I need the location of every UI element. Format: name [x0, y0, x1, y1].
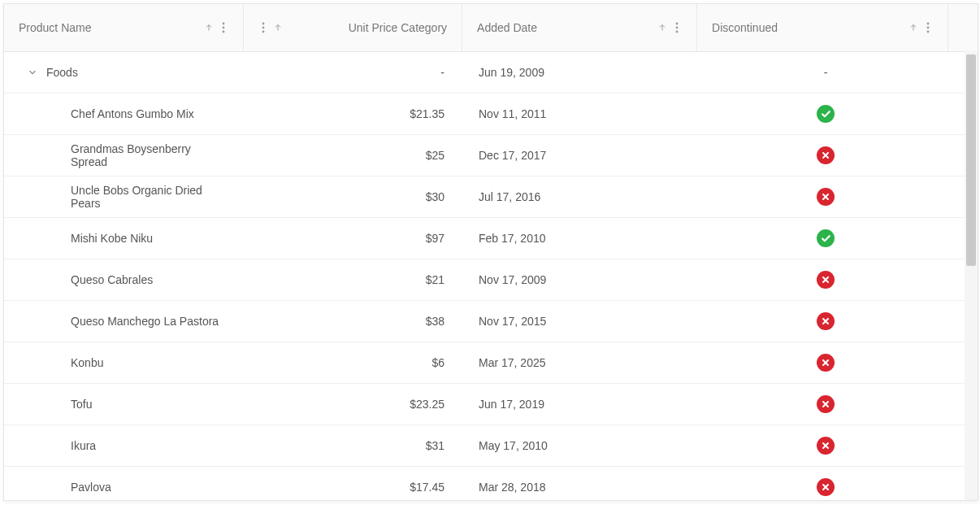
table-row[interactable]: Uncle Bobs Organic Dried Pears$30Jul 17,…	[4, 176, 978, 218]
product-name: Uncle Bobs Organic Dried Pears	[19, 184, 230, 210]
chevron-down-icon[interactable]	[19, 67, 46, 78]
svg-point-6	[676, 23, 679, 25]
price-cell: $97	[245, 218, 464, 259]
svg-point-1	[223, 27, 225, 29]
svg-point-4	[262, 27, 265, 29]
date-cell: Mar 28, 2018	[464, 467, 700, 500]
product-name-cell: Ikura	[4, 425, 245, 466]
group-name-cell: Foods	[4, 52, 245, 93]
group-row[interactable]: Foods-Jun 19, 2009-	[4, 52, 978, 94]
vertical-scrollbar[interactable]	[965, 51, 978, 500]
group-price-cell: -	[245, 52, 464, 93]
discontinued-cell	[700, 467, 952, 500]
product-name: Mishi Kobe Niku	[19, 232, 153, 245]
price-cell: $31	[245, 425, 464, 466]
svg-point-8	[676, 31, 679, 33]
check-icon	[817, 229, 835, 247]
check-icon	[817, 105, 835, 123]
product-name: Konbu	[19, 356, 103, 369]
discontinued-cell	[700, 384, 952, 424]
group-label: Foods	[46, 66, 78, 79]
data-grid: Product Name Unit Price Category	[3, 3, 978, 501]
table-row[interactable]: Chef Antons Gumbo Mix$21.35Nov 11, 2011	[4, 94, 978, 135]
column-menu-icon[interactable]	[219, 19, 228, 37]
column-label: Unit Price Category	[293, 21, 447, 34]
discontinued-cell	[700, 259, 952, 300]
product-name: Grandmas Boysenberry Spread	[19, 142, 230, 168]
table-row[interactable]: Queso Manchego La Pastora$38Nov 17, 2015	[4, 301, 978, 342]
discontinued-cell	[700, 94, 952, 134]
column-menu-icon[interactable]	[672, 19, 682, 37]
x-icon	[817, 271, 835, 289]
product-name-cell: Konbu	[4, 342, 245, 383]
product-name: Queso Cabrales	[19, 273, 153, 286]
svg-point-0	[223, 23, 225, 25]
sort-asc-icon[interactable]	[270, 20, 286, 36]
product-name-cell: Queso Cabrales	[4, 259, 245, 300]
svg-point-7	[676, 27, 679, 29]
product-name-cell: Tofu	[4, 384, 245, 424]
date-cell: Nov 11, 2011	[464, 94, 700, 134]
x-icon	[817, 312, 835, 330]
column-label: Product Name	[19, 21, 194, 34]
date-cell: Feb 17, 2010	[464, 218, 700, 259]
column-label: Discontinued	[712, 21, 899, 34]
table-row[interactable]: Ikura$31May 17, 2010	[4, 425, 978, 467]
product-name: Chef Antons Gumbo Mix	[19, 107, 194, 120]
column-label: Added Date	[477, 21, 648, 34]
group-discontinued-cell: -	[700, 52, 952, 93]
sort-asc-icon[interactable]	[201, 20, 217, 36]
product-name: Tofu	[19, 398, 92, 411]
column-header-discontinued[interactable]: Discontinued	[697, 4, 948, 51]
date-cell: Nov 17, 2015	[464, 301, 700, 342]
column-menu-icon[interactable]	[923, 19, 933, 37]
column-header-added-date[interactable]: Added Date	[462, 4, 697, 51]
column-header-unit-price[interactable]: Unit Price Category	[244, 4, 462, 51]
x-icon	[817, 437, 835, 455]
product-name: Queso Manchego La Pastora	[19, 315, 219, 328]
product-name: Ikura	[19, 439, 96, 452]
table-row[interactable]: Queso Cabrales$21Nov 17, 2009	[4, 259, 978, 301]
sort-asc-icon[interactable]	[905, 20, 921, 36]
discontinued-cell	[700, 301, 952, 342]
date-cell: May 17, 2010	[464, 425, 700, 466]
price-cell: $38	[245, 301, 464, 342]
rows-container[interactable]: Foods-Jun 19, 2009-Chef Antons Gumbo Mix…	[4, 52, 978, 500]
date-cell: Dec 17, 2017	[464, 135, 700, 176]
product-name-cell: Chef Antons Gumbo Mix	[4, 94, 245, 134]
price-cell: $30	[245, 176, 464, 217]
table-row[interactable]: Grandmas Boysenberry Spread$25Dec 17, 20…	[4, 135, 978, 176]
column-header-product-name[interactable]: Product Name	[4, 4, 244, 51]
sort-asc-icon[interactable]	[654, 20, 670, 36]
x-icon	[817, 146, 835, 164]
discontinued-cell	[700, 342, 952, 383]
x-icon	[817, 478, 835, 496]
x-icon	[817, 354, 835, 372]
x-icon	[817, 395, 835, 413]
date-cell: Jul 17, 2016	[464, 176, 700, 217]
table-row[interactable]: Tofu$23.25Jun 17, 2019	[4, 384, 978, 425]
date-cell: Jun 17, 2019	[464, 384, 700, 424]
discontinued-cell	[700, 218, 952, 259]
product-name-cell: Uncle Bobs Organic Dried Pears	[4, 176, 245, 217]
discontinued-cell	[700, 135, 952, 176]
date-cell: Mar 17, 2025	[464, 342, 700, 383]
grid-header: Product Name Unit Price Category	[4, 4, 978, 52]
price-cell: $25	[245, 135, 464, 176]
table-row[interactable]: Mishi Kobe Niku$97Feb 17, 2010	[4, 218, 978, 259]
product-name: Pavlova	[19, 481, 111, 494]
date-cell: Nov 17, 2009	[464, 259, 700, 300]
product-name-cell: Mishi Kobe Niku	[4, 218, 245, 259]
column-menu-icon[interactable]	[258, 19, 268, 37]
svg-point-5	[262, 31, 265, 33]
price-cell: $21.35	[245, 94, 464, 134]
scrollbar-thumb[interactable]	[966, 54, 976, 266]
svg-point-3	[262, 23, 265, 25]
table-row[interactable]: Pavlova$17.45Mar 28, 2018	[4, 467, 978, 500]
group-date-cell: Jun 19, 2009	[464, 52, 700, 93]
scrollbar-header-spacer	[948, 4, 978, 51]
table-row[interactable]: Konbu$6Mar 17, 2025	[4, 342, 978, 384]
discontinued-cell	[700, 425, 952, 466]
product-name-cell: Pavlova	[4, 467, 245, 500]
price-cell: $23.25	[245, 384, 464, 424]
